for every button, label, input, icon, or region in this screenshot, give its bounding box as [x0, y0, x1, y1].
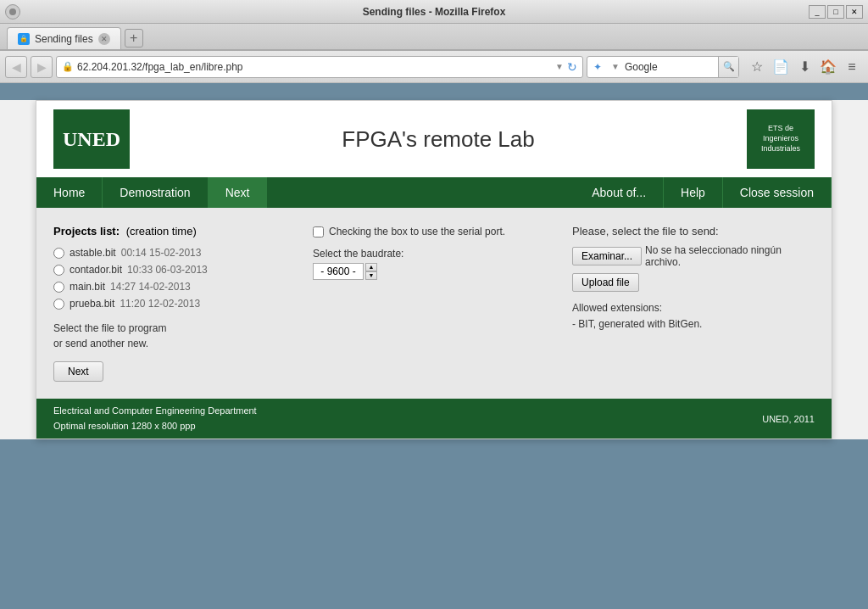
uned-logo-text: UNED	[63, 128, 120, 151]
nav-item-next[interactable]: Next	[209, 177, 268, 208]
baudrate-row: Select the baudrate:	[313, 248, 555, 260]
new-tab-button[interactable]: +	[125, 29, 143, 47]
footer-left: Electrical and Computer Engineering Depa…	[53, 404, 257, 433]
address-bar[interactable]: 🔒 62.204.201.32/fpga_lab_en/libre.php ▼ …	[56, 56, 583, 78]
browser-action-buttons: ☆ 📄 ⬇ 🏠 ≡	[746, 56, 863, 78]
projects-header: Projects list: (creation time)	[53, 225, 296, 237]
list-item: main.bit 14:27 14-02-2013	[53, 278, 296, 295]
nav-item-home[interactable]: Home	[36, 177, 103, 208]
menu-button[interactable]: ≡	[841, 56, 863, 78]
list-item: astable.bit 00:14 15-02-2013	[53, 244, 296, 261]
baudrate-down-button[interactable]: ▼	[365, 271, 377, 280]
lock-icon: 🔒	[62, 61, 74, 72]
upload-label: Please, select the file to send:	[572, 225, 815, 237]
list-item: contador.bit 10:33 06-03-2013	[53, 261, 296, 278]
tab-favicon: 🔒	[18, 33, 30, 45]
baudrate-value[interactable]: - 9600 -	[313, 263, 364, 280]
ets-logo: ETS de Ingenieros Industriales	[747, 109, 815, 169]
content-grid: Projects list: (creation time) astable.b…	[53, 225, 815, 382]
project-radio-contador[interactable]	[53, 265, 64, 276]
uned-logo: UNED	[53, 109, 130, 169]
upload-button[interactable]: Upload file	[572, 273, 639, 292]
download-button[interactable]: ⬇	[793, 56, 815, 78]
serial-port-checkbox[interactable]	[313, 226, 324, 237]
next-button[interactable]: Next	[53, 361, 103, 382]
nav-item-close-session[interactable]: Close session	[723, 177, 832, 208]
window-controls-right[interactable]: _ □ ✕	[809, 5, 863, 19]
main-content: Projects list: (creation time) astable.b…	[36, 208, 832, 399]
list-item: prueba.bit 11:20 12-02-2013	[53, 295, 296, 312]
file-select-row: Examinar... No se ha seleccionado ningún…	[572, 244, 815, 268]
serial-port-row: Checking the box to use the serial port.	[313, 225, 555, 239]
upload-section: Please, select the file to send: Examina…	[572, 225, 815, 332]
tab-bar: 🔒 Sending files ✕ +	[0, 24, 868, 51]
tab-label: Sending files	[35, 33, 93, 45]
project-radio-prueba[interactable]	[53, 299, 64, 310]
search-engine-dropdown[interactable]: ▼	[608, 62, 623, 71]
search-bar[interactable]: ✦ ▼ Google 🔍	[587, 56, 739, 78]
minimize-button[interactable]: _	[809, 5, 826, 19]
svg-point-0	[9, 8, 16, 15]
reading-view-button[interactable]: 📄	[770, 56, 792, 78]
active-tab[interactable]: 🔒 Sending files ✕	[7, 27, 121, 49]
site-container: UNED FPGA's remote Lab ETS de Ingenieros…	[36, 100, 832, 439]
allowed-extensions: Allowed extensions: - BIT, generated wit…	[572, 300, 815, 332]
search-input[interactable]: Google	[623, 61, 718, 73]
site-nav: Home Demostration Next About of... Help …	[36, 177, 832, 208]
nav-item-demostration[interactable]: Demostration	[103, 177, 208, 208]
reload-button[interactable]: ↻	[567, 60, 577, 74]
site-header: UNED FPGA's remote Lab ETS de Ingenieros…	[36, 101, 832, 177]
site-footer: Electrical and Computer Engineering Depa…	[36, 399, 832, 439]
nav-item-help[interactable]: Help	[664, 177, 723, 208]
search-submit-button[interactable]: 🔍	[718, 57, 738, 77]
serial-section: Checking the box to use the serial port.…	[313, 225, 555, 280]
nav-bar: ◀ ▶ 🔒 62.204.201.32/fpga_lab_en/libre.ph…	[0, 51, 868, 83]
nav-spacer	[267, 177, 575, 208]
forward-button[interactable]: ▶	[31, 56, 53, 78]
ets-logo-text: ETS de Ingenieros Industriales	[761, 124, 800, 154]
baudrate-select: - 9600 - ▲ ▼	[313, 263, 555, 280]
address-dropdown-icon[interactable]: ▼	[555, 62, 564, 71]
window-icon[interactable]	[5, 4, 20, 20]
browser-titlebar: Sending files - Mozilla Firefox _ □ ✕	[0, 0, 868, 24]
baudrate-up-button[interactable]: ▲	[365, 263, 377, 271]
back-button[interactable]: ◀	[5, 56, 27, 78]
browse-button[interactable]: Examinar...	[572, 247, 642, 265]
home-button[interactable]: 🏠	[817, 56, 839, 78]
bookmark-button[interactable]: ☆	[746, 56, 768, 78]
tab-close-button[interactable]: ✕	[98, 33, 110, 45]
project-radio-astable[interactable]	[53, 248, 64, 259]
site-title: FPGA's remote Lab	[130, 126, 747, 153]
window-title: Sending files - Mozilla Firefox	[363, 6, 506, 18]
baudrate-arrows: ▲ ▼	[365, 263, 377, 280]
footer-right: UNED, 2011	[762, 414, 815, 424]
select-instructions: Select the file to program or send anoth…	[53, 321, 296, 351]
close-button[interactable]: ✕	[846, 5, 863, 19]
page-wrapper: UNED FPGA's remote Lab ETS de Ingenieros…	[0, 100, 868, 439]
window-controls-left	[5, 4, 20, 20]
no-file-label: No se ha seleccionado ningún archivo.	[645, 244, 815, 268]
projects-section: Projects list: (creation time) astable.b…	[53, 225, 296, 382]
nav-item-about[interactable]: About of...	[575, 177, 664, 208]
search-engine-icon: ✦	[587, 61, 608, 73]
address-text: 62.204.201.32/fpga_lab_en/libre.php	[77, 61, 552, 73]
maximize-button[interactable]: □	[827, 5, 844, 19]
project-radio-main[interactable]	[53, 282, 64, 293]
